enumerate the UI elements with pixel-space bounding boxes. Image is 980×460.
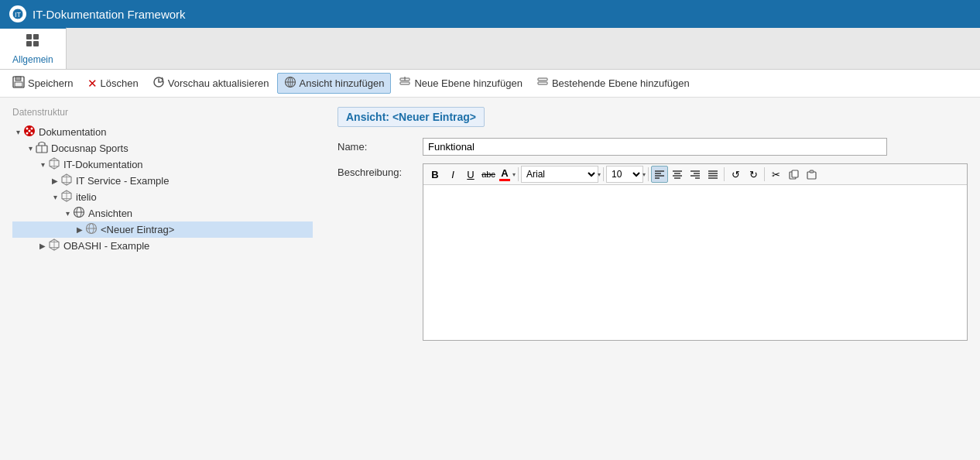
expand-it-dokumentation[interactable]: ▾ (37, 160, 48, 170)
save-button[interactable]: Speichern (6, 74, 80, 93)
delete-icon: ✕ (87, 77, 98, 91)
font-color-dropdown-arrow[interactable]: ▾ (512, 171, 516, 178)
expand-dokumentation[interactable]: ▾ (12, 127, 23, 138)
docusnap-sports-icon (36, 141, 48, 156)
rte-copy-button[interactable] (785, 166, 802, 183)
tree-node-dokumentation[interactable]: ▾ Dokumentation (12, 124, 313, 140)
rte-underline-button[interactable]: U (462, 166, 479, 183)
left-panel: Datenstruktur ▾ Dokumentation ▾ (0, 98, 325, 460)
rte-sep2 (603, 167, 604, 181)
rte-sep4 (724, 167, 725, 181)
expand-ansichten[interactable]: ▾ (62, 208, 73, 219)
tree-node-neuer-eintrag[interactable]: ▶ <Neuer Eintrag> (12, 221, 313, 238)
it-service-icon (60, 173, 73, 188)
neuer-eintrag-label: <Neuer Eintrag> (101, 224, 174, 235)
tab-allgemein-icon (25, 33, 40, 52)
title-bar: IT IT-Dokumentation Framework (0, 0, 980, 28)
tree-section-title: Datenstruktur (12, 107, 313, 118)
svg-rect-66 (792, 170, 798, 177)
tree-node-docusnap-sports[interactable]: ▾ Docusnap Sports (12, 140, 313, 156)
svg-text:IT: IT (15, 11, 22, 19)
ansichten-label: Ansichten (88, 208, 132, 219)
add-view-icon (284, 76, 296, 91)
rte-align-left-button[interactable] (651, 166, 668, 183)
panel-title: Ansicht: <Neuer Eintrag> (338, 107, 485, 127)
rte-body[interactable] (423, 185, 967, 340)
rte-cut-button[interactable]: ✂ (767, 166, 784, 183)
tab-allgemein[interactable]: Allgemein (0, 27, 67, 69)
itelio-label: itelio (76, 191, 97, 203)
rte-italic-button[interactable]: I (444, 166, 461, 183)
font-family-dropdown-arrow[interactable]: ▾ (598, 171, 601, 178)
app-icon: IT (9, 5, 26, 22)
name-label: Name: (338, 138, 423, 153)
add-view-label: Ansicht hinzufügen (300, 77, 385, 89)
rte-paste-button[interactable] (803, 166, 820, 183)
rte-strikethrough-button[interactable]: abc (480, 166, 497, 183)
tree-node-it-dokumentation[interactable]: ▾ IT-Dokumentation (12, 156, 313, 173)
itelio-icon (60, 190, 73, 204)
rte-sep5 (764, 167, 765, 181)
svg-rect-18 (538, 82, 547, 84)
rte-align-right-button[interactable] (687, 166, 704, 183)
it-service-label: IT Service - Example (76, 175, 169, 187)
right-panel: Ansicht: <Neuer Eintrag> Name: Beschreib… (325, 98, 980, 460)
add-existing-icon (536, 76, 549, 91)
rte-font-color-button[interactable]: A (498, 166, 512, 183)
rte-size-select[interactable]: 10 (606, 166, 643, 183)
name-row: Name: (338, 138, 968, 156)
add-view-button[interactable]: Ansicht hinzufügen (277, 73, 392, 94)
expand-neuer-eintrag[interactable]: ▶ (74, 225, 85, 235)
tree-node-obashi[interactable]: ▶ OBASHI - Example (12, 238, 313, 254)
tab-bar: Allgemein (0, 28, 980, 70)
expand-docusnap-sports[interactable]: ▾ (25, 143, 36, 154)
svg-rect-4 (26, 41, 32, 46)
ansichten-icon (73, 206, 85, 221)
save-label: Speichern (28, 77, 74, 89)
tree-node-it-service[interactable]: ▶ IT Service - Example (12, 173, 313, 189)
rte-container: B I U abc A ▾ Arial (423, 163, 968, 341)
description-row: Beschreibung: B I U abc A ▾ (338, 163, 968, 341)
svg-point-23 (31, 132, 33, 135)
expand-itelio[interactable]: ▾ (50, 192, 60, 203)
app-title: IT-Dokumentation Framework (33, 8, 186, 21)
svg-rect-15 (400, 82, 409, 84)
preview-label: Vorschau aktualisieren (168, 77, 269, 89)
rte-bold-button[interactable]: B (427, 166, 444, 183)
obashi-label: OBASHI - Example (63, 240, 149, 252)
svg-rect-17 (538, 78, 547, 81)
expand-obashi[interactable]: ▶ (37, 241, 48, 252)
svg-rect-5 (33, 41, 39, 46)
add-level-icon (399, 76, 411, 91)
dokumentation-label: Dokumentation (39, 126, 106, 138)
svg-rect-3 (33, 34, 39, 39)
name-input[interactable] (423, 138, 887, 156)
main-content: Datenstruktur ▾ Dokumentation ▾ (0, 98, 980, 460)
svg-rect-8 (15, 82, 22, 87)
it-dokumentation-label: IT-Dokumentation (63, 159, 143, 170)
add-level-button[interactable]: Neue Ebene hinzufügen (392, 74, 529, 93)
delete-button[interactable]: ✕ Löschen (81, 74, 145, 93)
add-level-label: Neue Ebene hinzufügen (414, 77, 523, 89)
svg-point-21 (31, 128, 33, 130)
add-existing-button[interactable]: Bestehende Ebene hinzufügen (530, 74, 696, 93)
dokumentation-icon (23, 125, 36, 139)
description-label: Beschreibung: (338, 163, 423, 178)
tab-allgemein-label: Allgemein (12, 54, 53, 65)
svg-point-20 (26, 128, 29, 130)
tree-node-ansichten[interactable]: ▾ Ansichten (12, 205, 313, 221)
toolbar: Speichern ✕ Löschen Vorschau aktualisier… (0, 70, 980, 98)
save-icon (12, 76, 25, 91)
delete-label: Löschen (101, 77, 139, 89)
rte-font-select[interactable]: Arial (521, 166, 598, 183)
preview-button[interactable]: Vorschau aktualisieren (146, 74, 276, 93)
font-size-dropdown-arrow[interactable]: ▾ (642, 171, 646, 178)
rte-sep3 (648, 167, 649, 181)
rte-redo-button[interactable]: ↻ (745, 166, 762, 183)
rte-undo-button[interactable]: ↺ (727, 166, 744, 183)
expand-it-service[interactable]: ▶ (50, 176, 60, 187)
tree-node-itelio[interactable]: ▾ itelio (12, 189, 313, 205)
rte-align-center-button[interactable] (669, 166, 686, 183)
rte-justify-button[interactable] (704, 166, 721, 183)
rte-toolbar: B I U abc A ▾ Arial (423, 164, 967, 185)
